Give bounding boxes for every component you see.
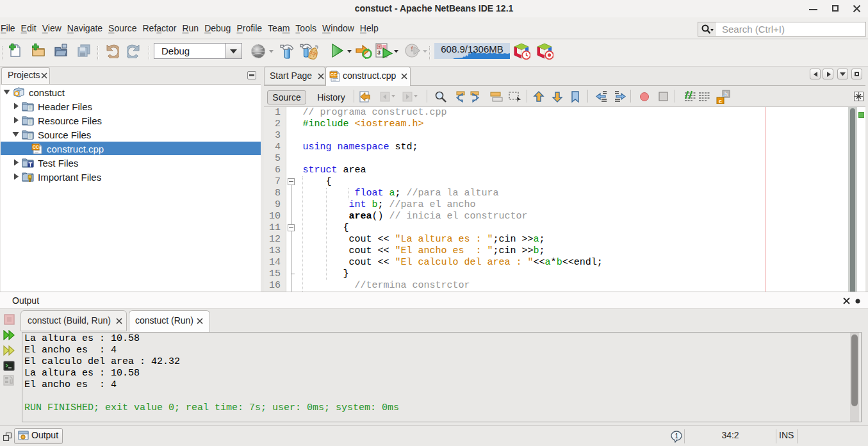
svg-text:CC: CC <box>331 72 337 77</box>
svg-text:CC: CC <box>33 145 39 149</box>
svg-text:3: 3 <box>377 49 381 56</box>
svg-text:1: 1 <box>675 433 679 440</box>
svg-text:c: c <box>719 98 722 104</box>
